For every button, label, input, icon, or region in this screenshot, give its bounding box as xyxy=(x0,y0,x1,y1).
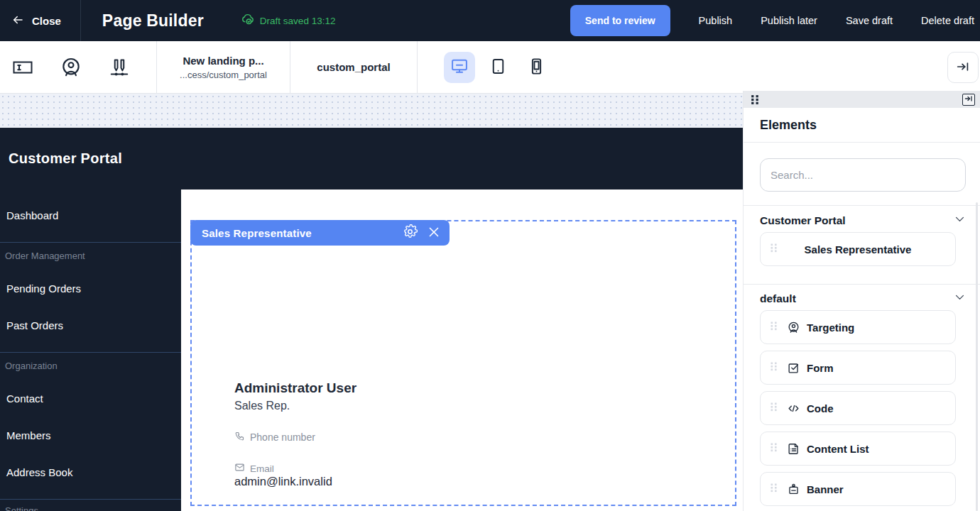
collapse-panel-button[interactable] xyxy=(947,52,979,83)
panel-scrollbar[interactable] xyxy=(976,202,978,511)
email-label-row: Email xyxy=(234,462,274,475)
panel-grab-bar[interactable] xyxy=(744,91,980,108)
sidebar-item-past-orders[interactable]: Past Orders xyxy=(6,319,63,331)
element-card-label: Banner xyxy=(807,483,844,495)
panel-title: Elements xyxy=(760,118,817,133)
sidebar-item-dashboard[interactable]: Dashboard xyxy=(6,209,58,221)
drag-handle-icon[interactable] xyxy=(771,321,778,334)
email-value: admin@link.invalid xyxy=(234,475,332,488)
pins-icon[interactable] xyxy=(108,56,131,79)
sidebar-section-settings: Settings xyxy=(5,505,38,511)
builder-toolbar: New landing p... ...cess/custom_portal c… xyxy=(0,41,980,94)
chevron-down-icon xyxy=(954,213,966,228)
preview-sidebar: Dashboard Order Management Pending Order… xyxy=(0,189,181,511)
group-header-default[interactable]: default xyxy=(760,291,966,306)
element-card-label: Content List xyxy=(807,443,869,455)
sidebar-item-pending-orders[interactable]: Pending Orders xyxy=(6,282,81,295)
search-input[interactable] xyxy=(760,158,966,192)
banner-icon xyxy=(787,483,800,496)
phone-label: Phone number xyxy=(250,432,315,443)
page-selector[interactable]: New landing p... ...cess/custom_portal xyxy=(157,55,290,80)
close-icon xyxy=(426,224,442,242)
drag-handle-icon[interactable] xyxy=(751,94,760,105)
device-preview-switcher xyxy=(444,52,552,83)
panel-collapse-button[interactable] xyxy=(962,94,975,106)
text-field-icon[interactable] xyxy=(11,56,34,79)
chevron-down-icon xyxy=(954,291,966,306)
element-card-code[interactable]: Code xyxy=(760,391,956,425)
contact-full-name: Administrator User xyxy=(234,380,356,396)
mobile-preview-button[interactable] xyxy=(521,52,552,83)
email-label: Email xyxy=(250,463,274,474)
element-card-form[interactable]: Form xyxy=(760,351,956,385)
page-builder-app: Close Page Builder Draft saved 13:12 Sen… xyxy=(0,0,980,511)
selected-element-toolbar[interactable]: Sales Representative xyxy=(190,220,450,246)
element-card-targeting[interactable]: Targeting xyxy=(760,310,956,344)
save-draft-button[interactable]: Save draft xyxy=(846,15,893,26)
elements-panel: Elements Customer Portal Sales Represent… xyxy=(743,91,980,511)
targeting-icon xyxy=(787,321,800,334)
sidebar-divider xyxy=(0,352,181,353)
preview-page-title: Customer Portal xyxy=(9,150,122,167)
preview-page-header[interactable]: Customer Portal xyxy=(0,128,743,189)
drag-handle-icon[interactable] xyxy=(771,361,778,374)
panel-divider xyxy=(744,142,980,143)
audience-icon[interactable] xyxy=(60,56,82,79)
sidebar-item-members[interactable]: Members xyxy=(6,429,51,441)
desktop-icon xyxy=(450,56,469,78)
preview-content-area: Sales Representative Administrator User … xyxy=(181,189,743,511)
element-card-banner[interactable]: Banner xyxy=(760,472,956,506)
element-settings-button[interactable] xyxy=(401,224,418,241)
draft-status: Draft saved 13:12 xyxy=(241,13,336,28)
delete-draft-button[interactable]: Delete draft xyxy=(921,15,974,26)
publish-later-button[interactable]: Publish later xyxy=(761,15,817,26)
element-card-label: Code xyxy=(807,402,834,414)
element-card-sales-representative[interactable]: Sales Representative xyxy=(760,232,956,266)
desktop-preview-button[interactable] xyxy=(444,52,475,83)
panel-divider xyxy=(744,284,980,285)
element-card-label: Targeting xyxy=(807,322,854,334)
draft-status-label: Draft saved 13:12 xyxy=(260,16,336,26)
element-card-label: Form xyxy=(807,362,834,374)
selected-element-sales-representative[interactable]: Sales Representative Administrator User … xyxy=(190,220,736,506)
element-card-label: Sales Representative xyxy=(761,243,955,256)
send-to-review-button[interactable]: Send to review xyxy=(570,5,670,36)
top-bar: Close Page Builder Draft saved 13:12 Sen… xyxy=(0,0,980,41)
tablet-preview-button[interactable] xyxy=(482,52,513,83)
sidebar-item-address-book[interactable]: Address Book xyxy=(6,466,72,478)
drop-zone-dotted-area[interactable] xyxy=(0,94,743,128)
envelope-icon xyxy=(234,462,245,475)
arrow-to-bar-icon xyxy=(955,59,971,77)
back-arrow-icon xyxy=(11,13,24,28)
contact-role: Sales Rep. xyxy=(234,400,290,412)
page-name: New landing p... xyxy=(157,55,290,67)
selected-element-title: Sales Representative xyxy=(202,227,312,239)
gear-icon xyxy=(403,224,418,241)
topbar-divider xyxy=(80,0,81,41)
element-shortcut-icons xyxy=(0,56,156,79)
drag-handle-icon[interactable] xyxy=(771,483,778,495)
tablet-icon xyxy=(489,57,508,78)
phone-icon xyxy=(234,431,245,444)
content-list-icon xyxy=(787,442,800,456)
cloud-check-icon xyxy=(241,13,254,28)
page-path: ...cess/custom_portal xyxy=(157,70,290,80)
sidebar-divider xyxy=(0,499,181,500)
close-button[interactable]: Close xyxy=(11,13,61,28)
mobile-icon xyxy=(527,57,546,78)
element-card-content-list[interactable]: Content List xyxy=(760,432,956,466)
panel-divider xyxy=(744,205,980,206)
group-header-customer-portal[interactable]: Customer Portal xyxy=(760,213,966,228)
drag-handle-icon[interactable] xyxy=(771,402,778,414)
sidebar-divider xyxy=(0,242,181,243)
toolbar-divider xyxy=(417,41,418,93)
sidebar-item-contact[interactable]: Contact xyxy=(6,392,43,405)
drag-handle-icon[interactable] xyxy=(771,442,778,455)
close-label: Close xyxy=(32,15,61,27)
tab-custom-portal[interactable]: custom_portal xyxy=(290,61,417,73)
element-deselect-button[interactable] xyxy=(425,224,442,241)
sidebar-section-organization: Organization xyxy=(5,361,58,371)
publish-button[interactable]: Publish xyxy=(699,15,733,26)
topbar-actions: Send to review Publish Publish later Sav… xyxy=(570,5,974,36)
group-name: default xyxy=(760,292,796,305)
